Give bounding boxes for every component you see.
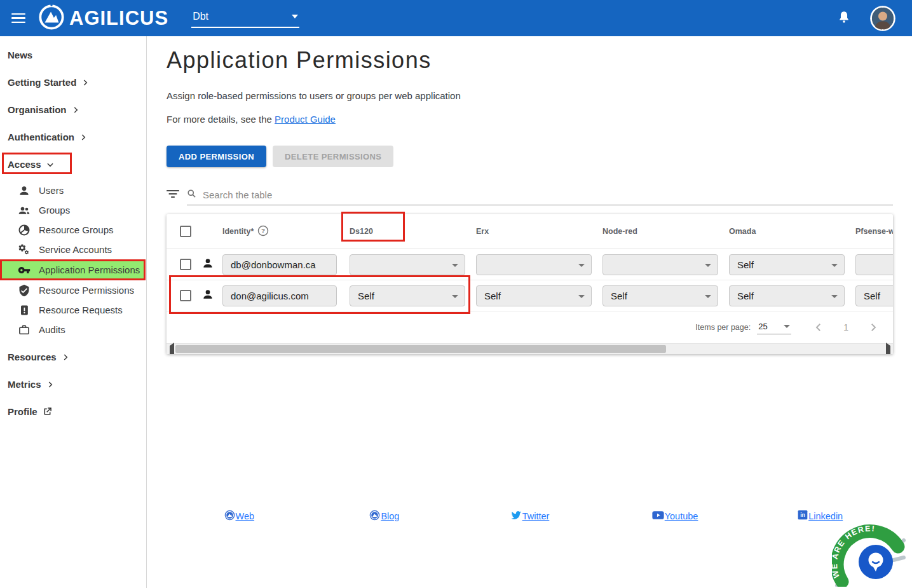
agilicus-web-icon <box>224 510 235 523</box>
role-select-node-red[interactable] <box>602 254 718 275</box>
toolbar: ADD PERMISSION DELETE PERMISSIONS <box>167 146 912 167</box>
role-select-ds120[interactable] <box>350 254 465 275</box>
scroll-left-arrow[interactable] <box>168 346 175 353</box>
scroll-right-arrow[interactable] <box>884 346 891 353</box>
caret-down-icon <box>784 325 790 328</box>
person-icon <box>18 184 31 197</box>
row-checkbox[interactable] <box>180 290 191 301</box>
gears-icon <box>18 243 31 256</box>
caret-down-icon <box>578 264 585 267</box>
footer-link-youtube: Youtube <box>602 509 748 523</box>
agilicus-blog-icon <box>369 510 380 523</box>
sidebar-item-news[interactable]: News <box>0 41 146 69</box>
organisation-select[interactable]: Dbt <box>191 8 299 28</box>
access-subnav: Users Groups Resource Groups Service Acc… <box>0 178 146 339</box>
permissions-table: Identity* ? Ds120 Erx Node-red Omada Pfs… <box>167 214 893 354</box>
role-select-pfsense-web[interactable]: Self <box>855 285 893 306</box>
footer-link-twitter: Twitter <box>457 509 602 523</box>
identity-field[interactable] <box>222 285 337 306</box>
role-select-erx[interactable]: Self <box>476 285 592 306</box>
linkedin-icon: in <box>798 510 808 522</box>
sidebar-item-resource-requests[interactable]: Resource Requests <box>0 300 146 320</box>
sidebar-item-resources[interactable]: Resources <box>0 343 146 371</box>
delete-permissions-button[interactable]: DELETE PERMISSIONS <box>273 146 393 167</box>
menu-icon[interactable] <box>11 12 28 25</box>
table-row: Self <box>167 249 893 280</box>
sidebar-item-profile[interactable]: Profile <box>0 398 146 425</box>
product-guide-link[interactable]: Product Guide <box>275 114 336 125</box>
sidebar-item-audits[interactable]: Audits <box>0 320 146 339</box>
person-icon <box>191 257 221 272</box>
brand-logo: AGILICUS <box>38 4 168 33</box>
briefcase-icon <box>18 324 31 336</box>
column-header-identity: Identity* <box>222 227 254 236</box>
badge-alert-icon <box>18 304 31 317</box>
horizontal-scrollbar[interactable] <box>167 343 893 354</box>
role-select-pfsense-web[interactable] <box>855 254 893 275</box>
caret-down-icon <box>292 15 298 18</box>
next-page-button[interactable] <box>868 322 879 333</box>
sidebar-item-resource-permissions[interactable]: Resource Permissions <box>0 280 146 300</box>
table-row: Self Self Self Self Self <box>167 280 893 311</box>
role-select-omada[interactable]: Self <box>729 285 845 306</box>
agilicus-logo-icon <box>38 4 65 33</box>
sidebar-item-getting-started[interactable]: Getting Started <box>0 69 146 96</box>
sidebar-item-service-accounts[interactable]: Service Accounts <box>0 240 146 259</box>
caret-down-icon <box>705 264 711 267</box>
identity-field[interactable] <box>222 254 337 275</box>
top-bar: AGILICUS Dbt <box>0 0 912 36</box>
previous-page-button[interactable] <box>813 322 824 333</box>
role-select-omada[interactable]: Self <box>729 254 845 275</box>
chevron-right-icon <box>79 133 88 142</box>
items-per-page-select[interactable]: 25 <box>757 320 791 334</box>
sidebar-item-metrics[interactable]: Metrics <box>0 371 146 398</box>
sidebar-nav: News Getting Started Organisation Authen… <box>0 36 147 588</box>
organisation-select-value: Dbt <box>193 11 208 22</box>
page-number: 1 <box>843 322 848 332</box>
items-per-page-label: Items per page: <box>695 323 751 332</box>
select-all-checkbox[interactable] <box>180 226 191 237</box>
role-select-erx[interactable] <box>476 254 592 275</box>
youtube-play-icon <box>652 510 664 522</box>
sidebar-item-users[interactable]: Users <box>0 181 146 200</box>
caret-down-icon <box>452 295 458 298</box>
caret-down-icon <box>578 295 585 298</box>
svg-text:in: in <box>800 512 805 518</box>
chat-button[interactable] <box>859 545 893 579</box>
details-line: For more details, see the Product Guide <box>167 114 912 125</box>
search-input[interactable] <box>203 189 893 200</box>
sidebar-item-access[interactable]: Access <box>0 151 146 178</box>
add-permission-button[interactable]: ADD PERMISSION <box>167 146 266 167</box>
caret-down-icon <box>831 264 838 267</box>
filter-icon[interactable] <box>167 189 179 205</box>
sidebar-item-resource-groups[interactable]: Resource Groups <box>0 220 146 240</box>
chevron-right-icon <box>71 106 80 114</box>
resource-groups-icon <box>18 224 31 236</box>
role-select-ds120[interactable]: Self <box>350 285 465 306</box>
sidebar-item-application-permissions[interactable]: Application Permissions <box>0 259 146 280</box>
sidebar-item-groups[interactable]: Groups <box>0 200 146 220</box>
chevron-down-icon <box>46 160 55 169</box>
row-checkbox[interactable] <box>180 259 191 270</box>
key-icon <box>18 264 31 277</box>
scrollbar-thumb[interactable] <box>175 345 666 353</box>
table-header-row: Identity* ? Ds120 Erx Node-red Omada Pfs… <box>167 214 893 249</box>
page-title: Application Permissions <box>167 47 912 74</box>
caret-down-icon <box>705 295 711 298</box>
sidebar-item-authentication[interactable]: Authentication <box>0 123 146 151</box>
application-permissions-page: AGILICUS Dbt <box>0 0 912 588</box>
external-link-icon <box>42 406 53 417</box>
user-avatar[interactable] <box>870 6 895 31</box>
search-icon <box>187 189 196 201</box>
svg-text:?: ? <box>261 227 265 234</box>
chevron-right-icon <box>46 380 55 389</box>
column-header-node-red: Node-red <box>601 227 728 236</box>
help-icon[interactable]: ? <box>257 225 269 238</box>
column-header-omada: Omada <box>728 227 854 236</box>
sidebar-item-organisation[interactable]: Organisation <box>0 96 146 123</box>
notifications-bell-icon[interactable] <box>837 10 851 27</box>
footer-link-blog: Blog <box>312 509 458 523</box>
search-field <box>187 189 893 205</box>
role-select-node-red[interactable]: Self <box>602 285 718 306</box>
twitter-bird-icon <box>510 509 522 523</box>
